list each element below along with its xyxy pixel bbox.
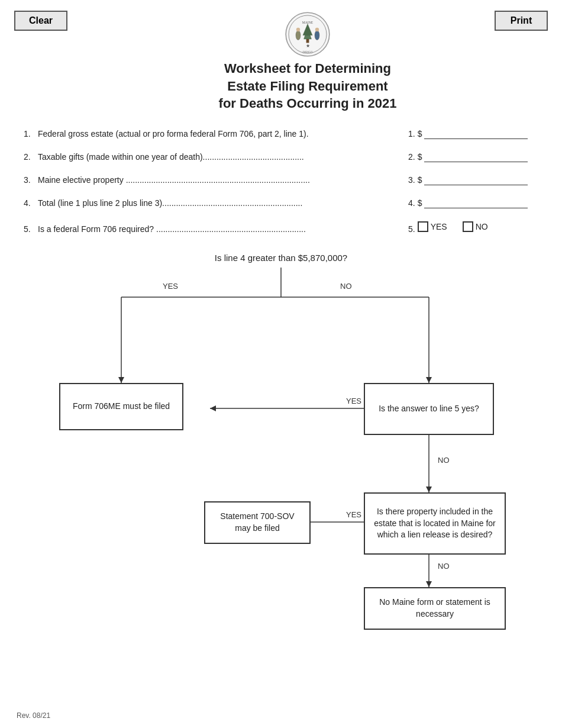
svg-point-9 bbox=[315, 28, 319, 31]
line-number-4: 4. bbox=[24, 198, 38, 208]
flowchart-svg bbox=[27, 268, 535, 634]
svg-marker-18 bbox=[426, 377, 432, 383]
line-ref-5: 5. bbox=[408, 224, 415, 234]
line-ref-2: 2. bbox=[408, 152, 415, 162]
line-ref-3: 3. bbox=[408, 175, 415, 185]
svg-text:DIRIGO: DIRIGO bbox=[302, 51, 312, 54]
dollar-4: $ bbox=[418, 198, 422, 208]
no-lien-label: NO bbox=[438, 562, 450, 571]
svg-point-7 bbox=[296, 28, 300, 31]
line-label-4: Total (line 1 plus line 2 plus line 3)..… bbox=[38, 198, 408, 208]
line-value-5: 5. YES NO bbox=[408, 221, 538, 234]
flowchart-question-top: Is line 4 greater than $5,870,000? bbox=[18, 253, 544, 263]
yes-branch-label: YES bbox=[163, 282, 178, 291]
svg-text:★: ★ bbox=[306, 43, 310, 49]
footer: Rev. 08/21 bbox=[17, 711, 50, 720]
clear-button[interactable]: Clear bbox=[14, 11, 67, 31]
yes-checkbox-item[interactable]: YES bbox=[418, 221, 447, 232]
form-row-3: 3. Maine elective property .............… bbox=[24, 175, 538, 185]
line-ref-4: 4. bbox=[408, 198, 415, 208]
svg-rect-5 bbox=[306, 39, 309, 43]
revision-text: Rev. 08/21 bbox=[17, 711, 50, 720]
box-statement: Statement 700-SOV may be filed bbox=[204, 501, 311, 544]
no-label: NO bbox=[476, 222, 488, 231]
dollar-2: $ bbox=[418, 152, 422, 162]
line-label-5: Is a federal Form 706 required? ........… bbox=[38, 224, 408, 234]
form-row-5: 5. Is a federal Form 706 required? .....… bbox=[24, 221, 538, 234]
print-button[interactable]: Print bbox=[495, 11, 548, 31]
line-value-1: 1. $ bbox=[408, 129, 538, 139]
line-label-3: Maine elective property ................… bbox=[38, 175, 408, 185]
header: Clear MAINE ★ DIRIGO Worksheet for Deter… bbox=[0, 0, 562, 112]
svg-marker-26 bbox=[426, 581, 432, 587]
line-number-5: 5. bbox=[24, 224, 38, 234]
flowchart-section: Is line 4 greater than $5,870,000? bbox=[0, 247, 562, 652]
svg-text:MAINE: MAINE bbox=[302, 21, 314, 24]
line-1-input[interactable] bbox=[424, 129, 528, 139]
no-branch-label: NO bbox=[340, 282, 352, 291]
no-checkbox[interactable] bbox=[463, 221, 473, 232]
box-706me: Form 706ME must be filed bbox=[59, 383, 183, 430]
dollar-3: $ bbox=[418, 175, 422, 185]
line-number-1: 1. bbox=[24, 129, 38, 138]
line-number-2: 2. bbox=[24, 152, 38, 162]
line-2-input[interactable] bbox=[424, 152, 528, 162]
no-line5-label: NO bbox=[438, 456, 450, 465]
svg-point-6 bbox=[296, 31, 301, 40]
form-row-2: 2. Taxable gifts (made within one year o… bbox=[24, 152, 538, 162]
form-row-1: 1. Federal gross estate (actual or pro f… bbox=[24, 129, 538, 139]
yes-line5-label: YES bbox=[346, 397, 361, 405]
yes-lien-label: YES bbox=[346, 510, 361, 519]
form-section: 1. Federal gross estate (actual or pro f… bbox=[0, 112, 562, 234]
svg-marker-20 bbox=[210, 405, 216, 411]
line-value-4: 4. $ bbox=[408, 198, 538, 208]
svg-point-8 bbox=[315, 31, 319, 40]
line-number-3: 3. bbox=[24, 175, 38, 185]
svg-marker-22 bbox=[426, 487, 432, 492]
checkbox-row-5: YES NO bbox=[418, 221, 488, 232]
svg-marker-15 bbox=[118, 377, 124, 383]
line-3-input[interactable] bbox=[424, 175, 528, 185]
no-checkbox-item[interactable]: NO bbox=[463, 221, 488, 232]
page-title: Worksheet for Determining Estate Filing … bbox=[67, 60, 548, 112]
line-ref-1: 1. bbox=[408, 129, 415, 138]
box-question-lien: Is there property included in the estate… bbox=[364, 492, 506, 555]
dollar-1: $ bbox=[418, 129, 422, 138]
flowchart: YES NO YES NO YES NO Form 706ME must be … bbox=[27, 268, 535, 634]
line-value-3: 3. $ bbox=[408, 175, 538, 185]
line-label-1: Federal gross estate (actual or pro form… bbox=[38, 129, 408, 138]
box-no-form: No Maine form or statement is necessary bbox=[364, 587, 506, 630]
line-label-2: Taxable gifts (made within one year of d… bbox=[38, 152, 408, 162]
title-block: MAINE ★ DIRIGO Worksheet for Determining… bbox=[67, 11, 548, 112]
line-4-input[interactable] bbox=[424, 198, 528, 208]
line-value-2: 2. $ bbox=[408, 152, 538, 162]
form-row-4: 4. Total (line 1 plus line 2 plus line 3… bbox=[24, 198, 538, 208]
yes-checkbox[interactable] bbox=[418, 221, 428, 232]
box-question-line5: Is the answer to line 5 yes? bbox=[364, 383, 494, 435]
maine-seal-icon: MAINE ★ DIRIGO bbox=[284, 11, 331, 58]
yes-label: YES bbox=[431, 222, 447, 231]
